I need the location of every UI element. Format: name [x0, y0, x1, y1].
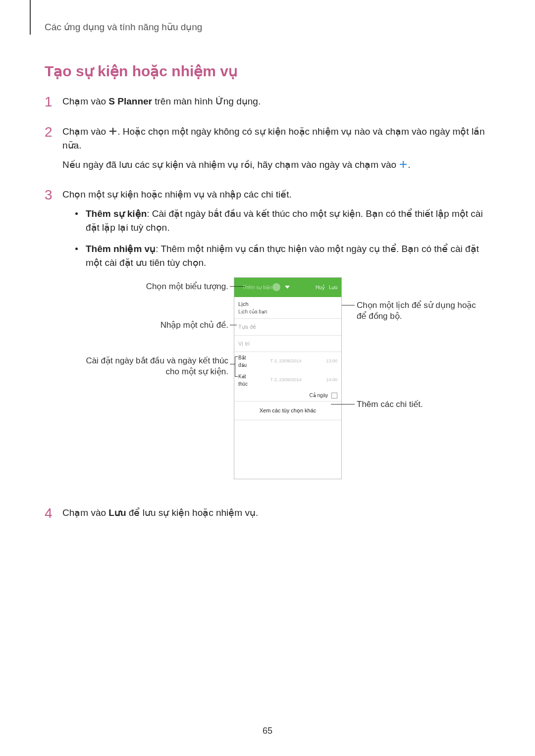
allday-row: Cả ngày: [234, 390, 341, 401]
step-number: 1: [45, 95, 58, 110]
step-2-text-1: Chạm vào . Hoặc chọn một ngày không có s…: [62, 125, 495, 153]
more-options-row: Xem các tùy chọn khác: [234, 402, 341, 420]
end-label: Kết thúc: [238, 373, 254, 388]
step-4: 4 Chạm vào Lưu để lưu sự kiện hoặc nhiệm…: [45, 506, 495, 525]
bullet-bold: Thêm sự kiện: [86, 208, 147, 219]
callout-line: [331, 404, 355, 404]
callout-title: Nhập một chủ đề.: [82, 320, 228, 331]
section-title: Tạo sự kiện hoặc nhiệm vụ: [45, 62, 495, 80]
header-event-label: Thêm sự kiện: [242, 284, 272, 291]
header-save: Lưu: [329, 284, 337, 291]
page-number: 65: [0, 726, 535, 736]
left-margin-rule: [30, 0, 31, 35]
callout-emoji: Chọn một biểu tượng.: [82, 281, 228, 292]
bullet-item: Thêm nhiệm vụ: Thêm một nhiệm vụ cần thự…: [75, 242, 495, 270]
diagram: Thêm sự kiện Huỷ Lưu Lịch Lịch của bạn T…: [82, 277, 488, 485]
text: trên màn hình Ứng dụng.: [152, 96, 261, 106]
allday-label: Cả ngày: [310, 393, 328, 398]
bullet-item: Thêm sự kiện: Cài đặt ngày bắt đầu và kế…: [75, 207, 495, 235]
text: Chạm vào: [62, 126, 108, 137]
step-1: 1 Chạm vào S Planner trên màn hình Ứng d…: [45, 95, 495, 114]
callout-line: [230, 364, 235, 364]
step-number: 2: [45, 125, 58, 140]
text: Chạm vào: [62, 96, 108, 106]
bullet-bold: Thêm nhiệm vụ: [86, 244, 156, 254]
step-1-text: Chạm vào S Planner trên màn hình Ứng dụn…: [62, 95, 495, 109]
callout-dates: Cài đặt ngày bắt đầu và ngày kết thúc ch…: [82, 355, 228, 377]
title-input: Tựa đề: [234, 319, 341, 336]
dropdown-icon: [285, 286, 290, 289]
callout-more: Thêm các chi tiết.: [357, 399, 485, 410]
calendar-label: Lịch: [238, 300, 337, 308]
app-name: S Planner: [108, 96, 152, 106]
location-input: Vị trí: [234, 336, 341, 353]
phone-mock: Thêm sự kiện Huỷ Lưu Lịch Lịch của bạn T…: [234, 277, 342, 479]
step-3: 3 Chọn một sự kiện hoặc nhiệm vụ và nhập…: [45, 188, 495, 495]
callout-line: [235, 356, 235, 376]
step-number: 3: [45, 188, 58, 203]
dates-block: Bắt đầu T 2, 23/06/2014 13:00 Kết thúc T…: [234, 352, 341, 402]
header-cancel: Huỷ: [316, 284, 325, 291]
step-number: 4: [45, 506, 58, 521]
save-label: Lưu: [108, 507, 126, 518]
end-date: T 2, 23/06/2014: [254, 377, 318, 384]
checkbox-icon: [331, 393, 337, 399]
step-4-text: Chạm vào Lưu để lưu sự kiện hoặc nhiệm v…: [62, 506, 495, 520]
start-label: Bắt đầu: [238, 354, 254, 369]
callout-line: [230, 325, 237, 325]
step-3-intro: Chọn một sự kiện hoặc nhiệm vụ và nhập c…: [62, 188, 495, 202]
text: Nếu ngày đã lưu các sự kiện và nhiệm vụ …: [62, 159, 399, 170]
plus-icon-blue: [399, 160, 408, 169]
start-date: T 2, 23/06/2014: [254, 358, 318, 365]
start-time: 13:00: [318, 358, 337, 365]
text: .: [408, 159, 410, 170]
step-2: 2 Chạm vào . Hoặc chọn một ngày không có…: [45, 125, 495, 177]
callout-line: [342, 305, 355, 305]
callout-line: [235, 376, 238, 377]
text: Chạm vào: [62, 507, 108, 518]
callout-line: [230, 286, 245, 287]
end-time: 14:00: [318, 377, 337, 384]
bullet-dot-icon: [75, 212, 78, 215]
text: . Hoặc chọn một ngày không có sự kiện ho…: [62, 126, 485, 151]
plus-icon: [108, 127, 117, 136]
chapter-title: Các ứng dụng và tính năng hữu dụng: [45, 21, 495, 33]
callout-calendar: Chọn một lịch để sử dụng hoặc để đồng bộ…: [357, 300, 485, 322]
calendar-row: Lịch Lịch của bạn: [234, 297, 341, 319]
phone-header: Thêm sự kiện Huỷ Lưu: [234, 278, 341, 297]
step-2-text-2: Nếu ngày đã lưu các sự kiện và nhiệm vụ …: [62, 158, 495, 172]
callout-line: [235, 356, 238, 357]
bullet-dot-icon: [75, 248, 78, 250]
calendar-sub: Lịch của bạn: [238, 308, 337, 315]
text: để lưu sự kiện hoặc nhiệm vụ.: [126, 507, 259, 518]
emoji-icon: [272, 283, 280, 291]
